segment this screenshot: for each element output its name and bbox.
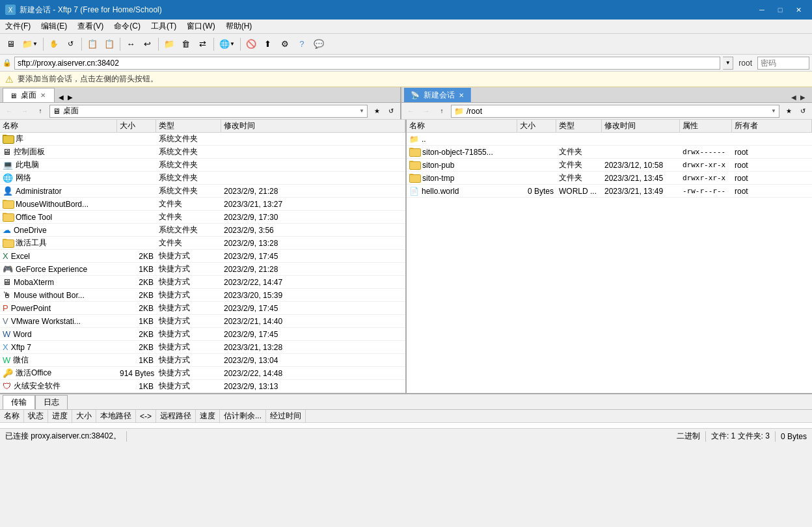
bh-direction[interactable]: <-> [136, 410, 156, 422]
right-tab-new-session[interactable]: 📡 新建会话 ✕ [404, 88, 471, 102]
table-row[interactable]: 库 系统文件夹 [0, 133, 405, 146]
left-panel-icons: ★ ↺ [370, 105, 398, 118]
table-row[interactable]: WWord 2KB 快捷方式 2023/2/9, 17:45 [0, 328, 405, 341]
toolbar-globe[interactable]: 🌐▼ [217, 36, 237, 52]
bh-progress[interactable]: 进度 [48, 410, 72, 422]
address-input[interactable] [14, 57, 720, 70]
menu-help[interactable]: 帮助(H) [221, 20, 258, 34]
left-bookmark[interactable]: ★ [370, 105, 383, 118]
table-row[interactable]: 🖱Mouse without Bor... 2KB 快捷方式 2023/3/20… [0, 289, 405, 302]
table-row[interactable]: PPowerPoint 2KB 快捷方式 2023/2/9, 17:45 [0, 302, 405, 315]
table-row[interactable]: siton-pub 文件夹 2023/3/12, 10:58 drwxr-xr-… [407, 159, 812, 172]
right-col-perm[interactable]: 属性 [680, 120, 732, 132]
left-tab-prev[interactable]: ◀ [57, 92, 65, 102]
table-row[interactable]: 📁.. [407, 133, 812, 146]
right-col-owner[interactable]: 所有者 [732, 120, 812, 132]
toolbar-refresh[interactable]: ↺ [63, 36, 79, 52]
toolbar-help[interactable]: ? [294, 36, 310, 52]
right-col-size[interactable]: 大小 [517, 120, 556, 132]
bh-eta[interactable]: 估计剩余... [220, 410, 266, 422]
left-tab-next[interactable]: ▶ [66, 92, 74, 102]
right-nav-back[interactable]: ← [404, 105, 417, 118]
address-dropdown[interactable]: ▼ [723, 57, 733, 70]
left-col-name[interactable]: 名称 [0, 120, 117, 132]
left-nav-up[interactable]: ↑ [34, 105, 47, 118]
table-row[interactable]: XXftp 7 2KB 快捷方式 2023/3/21, 13:28 [0, 341, 405, 354]
menu-command[interactable]: 命令(C) [109, 20, 146, 34]
status-right: 二进制 文件: 1 文件夹: 3 0 Bytes [677, 431, 807, 442]
table-row[interactable]: 📄hello.world 0 Bytes WORLD ... 2023/3/21… [407, 185, 812, 198]
toolbar-upload[interactable]: ⬆ [260, 36, 276, 52]
toolbar-delete[interactable]: 🗑 [178, 36, 194, 52]
left-nav-forward[interactable]: → [18, 105, 31, 118]
table-row[interactable]: 🛡火绒安全软件 1KB 快捷方式 2023/2/9, 13:13 [0, 380, 405, 393]
maximize-button[interactable]: □ [772, 3, 789, 16]
table-row[interactable]: W微信 1KB 快捷方式 2023/2/9, 13:04 [0, 354, 405, 367]
password-input[interactable] [757, 57, 809, 70]
right-bookmark[interactable]: ★ [782, 105, 795, 118]
left-col-type[interactable]: 类型 [156, 120, 221, 132]
right-path-dropdown[interactable]: ▼ [771, 108, 776, 114]
toolbar-transfer1[interactable]: ↔ [123, 36, 139, 52]
left-path-dropdown[interactable]: ▼ [359, 108, 364, 114]
right-nav-up[interactable]: ↑ [435, 105, 448, 118]
toolbar-nav-btn2[interactable]: 📋 [102, 36, 117, 52]
menu-file[interactable]: 文件(F) [0, 20, 36, 34]
right-nav-forward[interactable]: → [420, 105, 433, 118]
table-row[interactable]: siton-tmp 文件夹 2023/3/21, 13:45 drwxr-xr-… [407, 172, 812, 185]
table-row[interactable]: VVMware Workstati... 1KB 快捷方式 2023/2/21,… [0, 315, 405, 328]
left-refresh[interactable]: ↺ [385, 105, 398, 118]
menu-tools[interactable]: 工具(T) [146, 20, 182, 34]
bh-remote-path[interactable]: 远程路径 [156, 410, 196, 422]
toolbar-stop[interactable]: ✋ [46, 36, 62, 52]
right-tab-close[interactable]: ✕ [459, 92, 464, 99]
left-tab-close[interactable]: ✕ [40, 92, 46, 99]
table-row[interactable]: XExcel 2KB 快捷方式 2023/2/9, 17:45 [0, 250, 405, 263]
menu-view[interactable]: 查看(V) [72, 20, 109, 34]
toolbar-comment[interactable]: 💬 [311, 36, 327, 52]
right-col-name[interactable]: 名称 [407, 120, 517, 132]
toolbar-new-session[interactable]: 🖥 [3, 36, 18, 52]
toolbar-new-folder[interactable]: 📁 [161, 36, 177, 52]
left-col-size[interactable]: 大小 [117, 120, 156, 132]
bh-status[interactable]: 状态 [24, 410, 48, 422]
menu-edit[interactable]: 编辑(E) [36, 20, 72, 34]
left-nav-back[interactable]: ← [3, 105, 16, 118]
table-row[interactable]: siton-object-71855... 文件夹 drwx------ roo… [407, 146, 812, 159]
close-button[interactable]: ✕ [790, 3, 807, 16]
bh-size[interactable]: 大小 [72, 410, 96, 422]
left-tab-desktop[interactable]: 🖥 桌面 ✕ [3, 88, 55, 102]
table-row[interactable]: 🖥控制面板 系统文件夹 [0, 146, 405, 159]
toolbar-open-folder[interactable]: 📁▼ [20, 36, 40, 52]
table-row[interactable]: Office Tool 文件夹 2023/2/9, 17:30 [0, 211, 405, 224]
toolbar-transfer2[interactable]: ↩ [140, 36, 156, 52]
toolbar-nav-btn1[interactable]: 📋 [85, 36, 100, 52]
toolbar-ban[interactable]: 🚫 [243, 36, 259, 52]
toolbar-sync[interactable]: ⇄ [195, 36, 211, 52]
bh-local-path[interactable]: 本地路径 [96, 410, 136, 422]
table-row[interactable]: 🔑激活Office 914 Bytes 快捷方式 2023/2/22, 14:4… [0, 367, 405, 380]
table-row[interactable]: 🖥MobaXterm 2KB 快捷方式 2023/2/22, 14:47 [0, 276, 405, 289]
table-row[interactable]: 🎮GeForce Experience 1KB 快捷方式 2023/2/9, 2… [0, 263, 405, 276]
right-tab-label: 新建会话 [424, 90, 455, 101]
table-row[interactable]: 💻此电脑 系统文件夹 [0, 159, 405, 172]
bottom-tab-log[interactable]: 日志 [35, 395, 68, 409]
left-col-date[interactable]: 修改时间 [221, 120, 405, 132]
table-row[interactable]: ☁OneDrive 系统文件夹 2023/2/9, 3:56 [0, 224, 405, 237]
toolbar-settings[interactable]: ⚙ [277, 36, 293, 52]
bh-speed[interactable]: 速度 [196, 410, 220, 422]
right-tab-next[interactable]: ▶ [799, 92, 807, 102]
right-col-date[interactable]: 修改时间 [602, 120, 680, 132]
table-row[interactable]: 激活工具 文件夹 2023/2/9, 13:28 [0, 237, 405, 250]
menu-window[interactable]: 窗口(W) [182, 20, 220, 34]
minimize-button[interactable]: ─ [753, 3, 770, 16]
bottom-tab-transfer[interactable]: 传输 [3, 395, 35, 409]
table-row[interactable]: 👤Administrator 系统文件夹 2023/2/9, 21:28 [0, 185, 405, 198]
bh-elapsed[interactable]: 经过时间 [266, 410, 306, 422]
right-tab-prev[interactable]: ◀ [790, 92, 798, 102]
right-col-type[interactable]: 类型 [556, 120, 602, 132]
table-row[interactable]: 🌐网络 系统文件夹 [0, 172, 405, 185]
table-row[interactable]: MouseWithoutBord... 文件夹 2023/3/21, 13:27 [0, 198, 405, 211]
bh-name[interactable]: 名称 [0, 410, 24, 422]
right-refresh[interactable]: ↺ [796, 105, 809, 118]
